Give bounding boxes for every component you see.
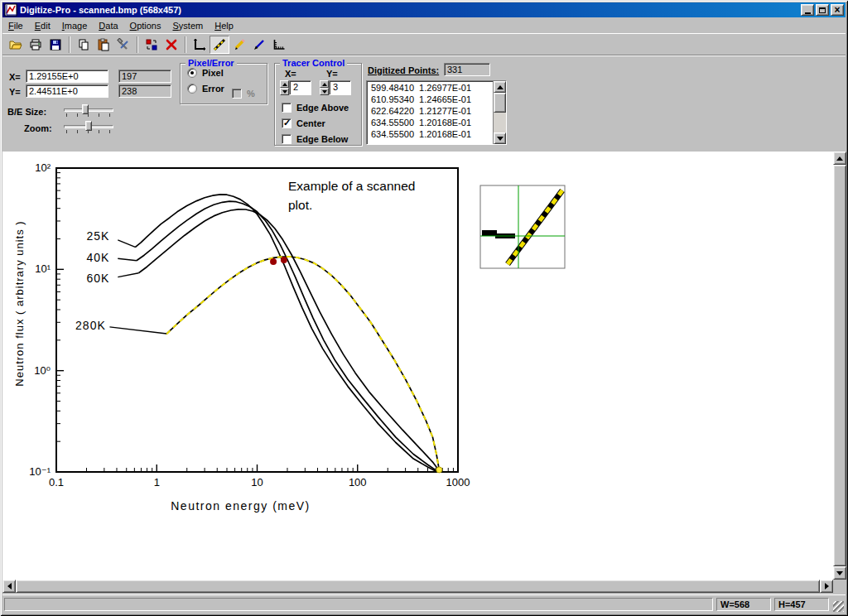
scanned-plot[interactable]: 0.1110100100010²10¹10⁰10⁻¹Neutron energy… bbox=[13, 161, 470, 513]
y-coordinate-input[interactable] bbox=[26, 84, 108, 98]
curve-280K bbox=[166, 257, 439, 469]
menu-edit[interactable]: Edit bbox=[29, 19, 56, 32]
pixel-error-group-title: Pixel/Error bbox=[186, 58, 237, 68]
zoom-preview-frame bbox=[480, 185, 565, 268]
radio-label: Error bbox=[202, 84, 224, 94]
list-scroll-up-button[interactable] bbox=[494, 81, 506, 93]
open-icon bbox=[9, 38, 22, 51]
digitize-marker bbox=[270, 258, 277, 265]
axes-button[interactable] bbox=[190, 36, 210, 54]
tracer-x-up-button[interactable] bbox=[280, 80, 289, 88]
menu-help[interactable]: Help bbox=[209, 19, 239, 32]
pixel-x-display: 197 bbox=[118, 70, 171, 83]
digitized-point-row[interactable]: 622.64220 1.21277E-01 bbox=[368, 105, 492, 117]
digitized-point-row[interactable]: 610.95340 1.24665E-01 bbox=[368, 94, 492, 105]
pen-icon bbox=[253, 38, 266, 51]
menu-image[interactable]: Image bbox=[56, 19, 94, 32]
tracer-button[interactable] bbox=[210, 36, 229, 54]
up-arrow-icon bbox=[282, 80, 287, 86]
toolbar bbox=[2, 33, 846, 55]
vertical-scroll-thumb[interactable] bbox=[833, 165, 846, 566]
checkbox-center[interactable]: Center bbox=[282, 117, 361, 130]
horizontal-scrollbar[interactable] bbox=[2, 580, 833, 593]
save-button[interactable] bbox=[46, 36, 65, 54]
tracer-y-value[interactable]: 3 bbox=[329, 80, 351, 95]
menu-data[interactable]: Data bbox=[93, 19, 123, 32]
tracer-x-label: X= bbox=[285, 69, 296, 79]
menu-options[interactable]: Options bbox=[124, 19, 167, 32]
maximize-button[interactable] bbox=[816, 4, 829, 16]
resize-grip[interactable] bbox=[833, 601, 844, 612]
be-size-slider-thumb[interactable] bbox=[82, 104, 89, 114]
scroll-right-button[interactable] bbox=[820, 580, 833, 593]
radio-pixel[interactable]: Pixel bbox=[187, 66, 267, 79]
tracer-x-value[interactable]: 2 bbox=[289, 80, 311, 95]
x-axis-label: Neutron energy (meV) bbox=[171, 499, 311, 513]
vertical-scrollbar[interactable] bbox=[833, 152, 846, 580]
be-size-slider[interactable] bbox=[62, 103, 115, 118]
open-button[interactable] bbox=[6, 36, 26, 54]
pixel-y-display: 238 bbox=[118, 84, 171, 98]
tracer-y-spinner[interactable]: 3 bbox=[320, 80, 351, 95]
image-canvas[interactable]: 0.1110100100010²10¹10⁰10⁻¹Neutron energy… bbox=[2, 152, 833, 580]
paste-button[interactable] bbox=[94, 36, 113, 54]
pencil-button[interactable] bbox=[229, 36, 249, 54]
pen-button[interactable] bbox=[249, 36, 269, 54]
scroll-down-button[interactable] bbox=[833, 566, 846, 580]
application-window: Digitize-Pro - scanned.bmp (568x457) × F… bbox=[0, 0, 848, 616]
digitized-list[interactable]: 599.48410 1.26977E-01610.95340 1.24665E-… bbox=[366, 80, 507, 145]
menu-file[interactable]: File bbox=[2, 19, 29, 32]
digitized-point-row[interactable]: 634.55500 1.20168E-01 bbox=[368, 117, 492, 128]
zoom-slider-thumb[interactable] bbox=[85, 121, 92, 131]
digitized-point-row[interactable]: 634.55500 1.20168E-01 bbox=[368, 128, 492, 140]
minimize-button[interactable] bbox=[801, 4, 814, 16]
tracer-y-up-button[interactable] bbox=[320, 80, 329, 88]
tracer-y-down-button[interactable] bbox=[320, 88, 329, 95]
title-bar[interactable]: Digitize-Pro - scanned.bmp (568x457) × bbox=[2, 2, 846, 17]
checkbox-box[interactable] bbox=[282, 118, 292, 128]
checkbox-edge-below[interactable]: Edge Below bbox=[282, 132, 361, 146]
list-scroll-down-button[interactable] bbox=[494, 132, 506, 144]
axes-icon bbox=[193, 38, 206, 51]
copy-button[interactable] bbox=[74, 36, 94, 54]
tracer-x-spinner[interactable]: 2 bbox=[280, 80, 311, 95]
radio-button[interactable] bbox=[187, 68, 197, 78]
status-message-panel bbox=[4, 598, 713, 611]
copy-icon bbox=[77, 38, 90, 51]
scroll-up-button[interactable] bbox=[833, 152, 846, 165]
close-button[interactable]: × bbox=[831, 4, 844, 16]
checkbox-box[interactable] bbox=[282, 134, 292, 144]
digitize-marker bbox=[281, 257, 287, 263]
x-label: X= bbox=[9, 72, 21, 82]
menu-system[interactable]: System bbox=[166, 19, 209, 32]
slider-ticks bbox=[66, 113, 113, 117]
x-coordinate-input[interactable] bbox=[26, 70, 108, 83]
tools-button[interactable] bbox=[113, 36, 133, 54]
calibrate-button[interactable] bbox=[269, 36, 289, 54]
radio-button[interactable] bbox=[187, 84, 197, 94]
digitized-point-row[interactable]: 599.48410 1.26977E-01 bbox=[368, 82, 492, 94]
zoom-label: Zoom: bbox=[24, 123, 52, 133]
image-height-panel: H=457 bbox=[774, 598, 829, 611]
close-icon: × bbox=[834, 6, 840, 14]
list-scrollbar[interactable] bbox=[493, 81, 506, 144]
app-icon bbox=[4, 3, 17, 17]
down-arrow-icon bbox=[282, 90, 287, 96]
down-arrow-icon bbox=[836, 571, 843, 579]
x-tick-label: 1000 bbox=[446, 476, 470, 488]
curve-label-40K: 40K bbox=[86, 251, 109, 264]
swap-colors-button[interactable] bbox=[142, 36, 161, 54]
scroll-left-button[interactable] bbox=[2, 580, 16, 593]
list-scroll-thumb[interactable] bbox=[494, 93, 506, 113]
curve-label-280K: 280K bbox=[75, 319, 106, 332]
zoom-slider[interactable] bbox=[62, 120, 115, 135]
horizontal-scroll-thumb[interactable] bbox=[16, 580, 820, 593]
checkbox-box[interactable] bbox=[282, 103, 292, 113]
delete-button[interactable] bbox=[161, 36, 181, 54]
tracer-x-down-button[interactable] bbox=[280, 88, 289, 95]
toolbar-separator bbox=[185, 36, 186, 53]
error-percent-checkbox[interactable] bbox=[232, 89, 242, 99]
digitized-trace bbox=[166, 257, 439, 469]
checkbox-edge-above[interactable]: Edge Above bbox=[282, 101, 361, 114]
print-button[interactable] bbox=[26, 36, 46, 54]
